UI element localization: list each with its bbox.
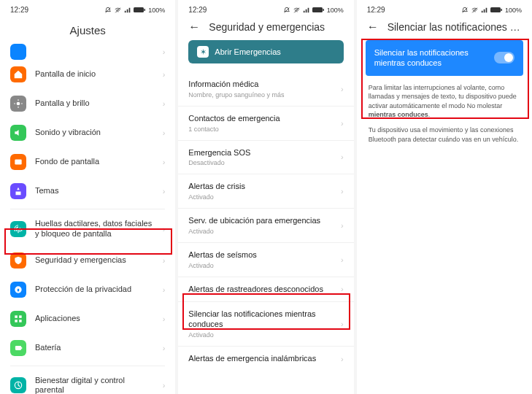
svg-rect-12 — [15, 315, 18, 318]
sound-icon — [10, 125, 26, 141]
settings-row[interactable]: Bienestar digital y control parental› — [0, 369, 175, 395]
toggle-label: Silenciar las notificaciones mientras co… — [374, 47, 487, 69]
status-bar: 12:29 100% — [357, 0, 532, 17]
row-label: Información médica — [188, 80, 332, 90]
svg-rect-26 — [490, 7, 501, 12]
status-icons: 100% — [461, 7, 522, 14]
header: ← Silenciar las notificaciones mient… — [357, 17, 532, 40]
chevron-right-icon: › — [163, 314, 166, 323]
dnd-icon — [104, 7, 112, 14]
signal-icon — [124, 7, 131, 14]
row-label: Batería — [35, 343, 154, 353]
apps-icon — [10, 311, 26, 327]
battery-icon — [134, 7, 145, 13]
row-sublabel: Nombre, grupo sanguíneo y más — [188, 91, 332, 98]
chevron-right-icon: › — [341, 152, 344, 161]
row-label: Seguridad y emergencias — [35, 255, 154, 266]
chevron-right-icon: › — [163, 225, 166, 233]
page-title: Seguridad y emergencias — [209, 21, 325, 33]
svg-point-4 — [17, 102, 20, 106]
security-row[interactable]: Alertas de seísmosActivado› — [178, 242, 353, 277]
settings-row[interactable]: Temas› — [0, 177, 175, 206]
security-row[interactable]: Alertas de emergencia inalámbricas› — [178, 346, 353, 371]
settings-row[interactable]: Seguridad y emergencias› — [0, 246, 175, 275]
svg-rect-3 — [144, 9, 146, 11]
settings-row[interactable]: Sonido y vibración› — [0, 118, 175, 147]
battery-icon — [490, 7, 502, 13]
row-sublabel: Desactivado — [188, 159, 332, 166]
row-label: Bienestar digital y control parental — [35, 376, 154, 395]
home-icon — [10, 66, 26, 82]
svg-rect-22 — [312, 7, 323, 12]
status-time: 12:29 — [367, 6, 385, 14]
security-row[interactable]: Alertas de rastreadores desconocidos› — [178, 277, 353, 302]
row-label: Sonido y vibración — [35, 128, 154, 138]
settings-row[interactable]: Pantalla de inicio› — [0, 60, 175, 89]
chevron-right-icon: › — [341, 221, 344, 230]
dnd-icon — [283, 7, 290, 14]
chevron-right-icon: › — [163, 128, 166, 137]
screen-driving-mode: 12:29 100% ← Silenciar las notificacione… — [357, 0, 532, 394]
row-sublabel: Activado — [188, 262, 332, 269]
status-icons: 100% — [283, 7, 344, 14]
row-label: Silenciar las notificaciones mientras co… — [188, 309, 332, 330]
wifi-off-icon — [114, 7, 122, 14]
battery-percent: 100% — [505, 7, 522, 14]
driving-mode-toggle[interactable] — [494, 52, 514, 63]
chevron-right-icon: › — [163, 256, 166, 265]
settings-row[interactable]: Huellas dactilares, datos faciales y blo… — [0, 212, 175, 246]
chevron-right-icon: › — [341, 85, 344, 93]
settings-row[interactable]: Fondo de pantalla› — [0, 147, 175, 177]
back-arrow-icon[interactable]: ← — [367, 21, 379, 33]
status-bar: 12:29 100% — [0, 0, 175, 17]
wellbeing-icon — [10, 377, 26, 393]
description-text: Para limitar las interrupciones al volan… — [357, 76, 532, 152]
row-label: Temas — [35, 186, 154, 196]
settings-row[interactable]: Pantalla y brillo› — [0, 89, 175, 118]
row-label: Emergencia SOS — [188, 148, 332, 158]
header: ← Seguridad y emergencias — [178, 17, 353, 40]
svg-rect-23 — [323, 9, 324, 11]
settings-row[interactable]: Protección de la privacidad› — [0, 275, 175, 304]
security-row[interactable]: Alertas de crisisActivado› — [178, 174, 353, 208]
chevron-right-icon: › — [163, 70, 166, 79]
row-label: Alertas de rastreadores desconocidos — [188, 285, 332, 295]
chevron-right-icon: › — [341, 285, 344, 293]
svg-rect-2 — [134, 7, 144, 12]
battery-icon — [312, 7, 324, 13]
sun-icon — [10, 96, 26, 112]
settings-row[interactable]: Batería› — [0, 333, 175, 363]
row-label: Serv. de ubicación para emergencias — [188, 216, 332, 226]
signal-icon — [481, 7, 488, 14]
row-label: Alertas de crisis — [188, 182, 332, 192]
open-emergency-button[interactable]: ✶ Abrir Emergencias — [188, 40, 343, 63]
row-label: Aplicaciones — [35, 314, 154, 324]
screen-settings: 12:29 100% Ajustes Notificaciones y barr… — [0, 0, 175, 394]
security-row[interactable]: Información médicaNombre, grupo sanguíne… — [178, 72, 353, 106]
wifi-off-icon — [471, 7, 479, 14]
screen-security: 12:29 100% ← Seguridad y emergencias ✶ A… — [178, 0, 353, 394]
chevron-right-icon: › — [341, 255, 344, 264]
emergency-star-icon: ✶ — [197, 46, 209, 58]
wifi-off-icon — [293, 7, 301, 14]
row-label: Alertas de emergencia inalámbricas — [188, 354, 332, 364]
battery-percent: 100% — [327, 7, 344, 14]
row-sublabel: Activado — [188, 193, 332, 201]
open-emergency-label: Abrir Emergencias — [215, 47, 280, 56]
security-row[interactable]: Silenciar las notificaciones mientras co… — [178, 301, 353, 346]
row-label: Pantalla y brillo — [35, 98, 154, 109]
row-truncated-notifications[interactable]: Notificaciones y barra de estado › — [0, 41, 175, 60]
finger-icon — [10, 221, 26, 237]
status-bar: 12:29 100% — [178, 0, 353, 17]
privacy-icon — [10, 282, 26, 298]
svg-rect-15 — [19, 320, 22, 322]
security-row[interactable]: Emergencia SOSDesactivado› — [178, 140, 353, 174]
row-sublabel: Activado — [188, 331, 332, 339]
image-icon — [10, 154, 26, 170]
security-row[interactable]: Contactos de emergencia1 contacto› — [178, 106, 353, 140]
security-row[interactable]: Serv. de ubicación para emergenciasActiv… — [178, 208, 353, 242]
back-arrow-icon[interactable]: ← — [188, 21, 200, 33]
settings-row[interactable]: Aplicaciones› — [0, 304, 175, 333]
shield-icon — [10, 252, 26, 269]
row-label: Pantalla de inicio — [35, 69, 154, 80]
